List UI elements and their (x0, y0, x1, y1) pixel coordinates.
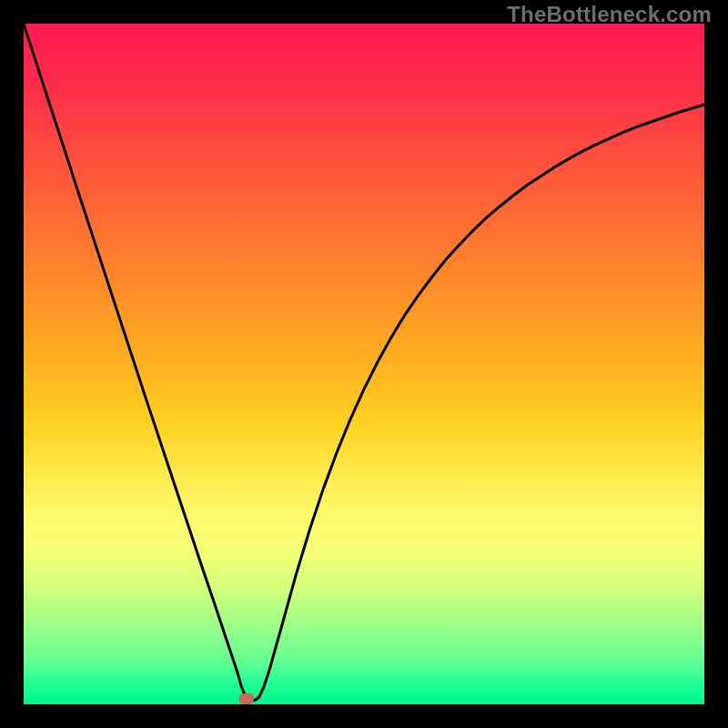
bottleneck-curve (24, 24, 704, 701)
optimal-marker (239, 693, 254, 704)
plot-area (24, 24, 704, 704)
chart-frame: TheBottleneck.com (0, 0, 728, 728)
curve-layer (24, 24, 704, 704)
